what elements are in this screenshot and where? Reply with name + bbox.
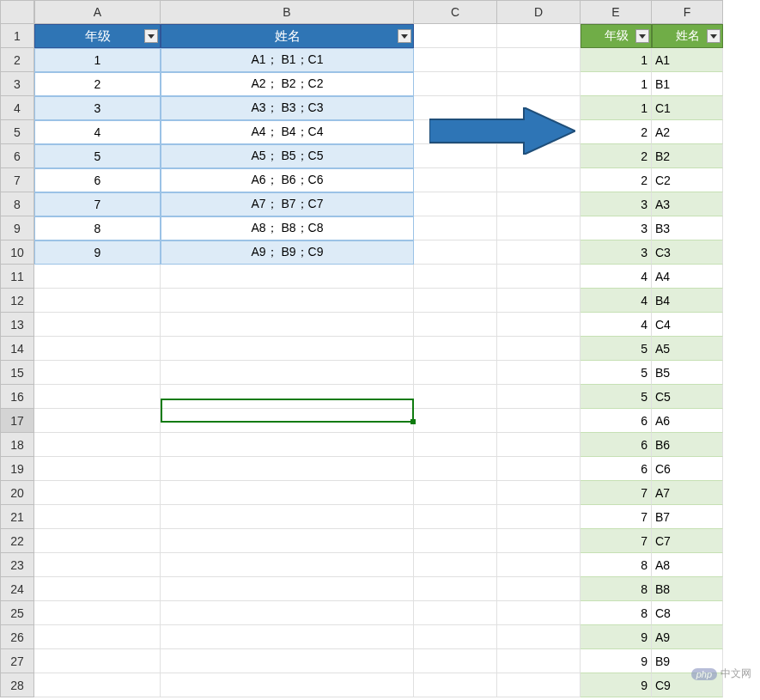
select-all-corner[interactable] — [0, 0, 34, 24]
table-cell[interactable]: A3； B3；C3 — [161, 96, 414, 120]
empty-cell[interactable] — [34, 529, 161, 553]
empty-cell[interactable] — [414, 48, 497, 72]
table-cell[interactable]: 4 — [581, 289, 652, 313]
empty-cell[interactable] — [34, 385, 161, 409]
empty-cell[interactable] — [34, 601, 161, 625]
table-cell[interactable]: C1 — [652, 96, 723, 120]
filter-dropdown-icon[interactable] — [144, 29, 158, 43]
row-header-27[interactable]: 27 — [0, 649, 34, 673]
table-cell[interactable]: 1 — [581, 72, 652, 96]
empty-cell[interactable] — [497, 337, 581, 361]
row-header-28[interactable]: 28 — [0, 673, 34, 697]
empty-cell[interactable] — [414, 24, 497, 48]
empty-cell[interactable] — [497, 625, 581, 649]
empty-cell[interactable] — [497, 505, 581, 529]
row-header-4[interactable]: 4 — [0, 96, 34, 120]
table-cell[interactable]: A7； B7；C7 — [161, 192, 414, 216]
empty-cell[interactable] — [497, 481, 581, 505]
table-cell[interactable]: 9 — [581, 649, 652, 673]
table-cell[interactable]: B4 — [652, 289, 723, 313]
table-cell[interactable]: 8 — [581, 553, 652, 577]
empty-cell[interactable] — [414, 673, 497, 697]
table-cell[interactable]: B1 — [652, 72, 723, 96]
empty-cell[interactable] — [414, 265, 497, 289]
table-cell[interactable]: 2 — [581, 144, 652, 168]
table-cell[interactable]: B6 — [652, 433, 723, 457]
empty-cell[interactable] — [497, 265, 581, 289]
row-header-10[interactable]: 10 — [0, 240, 34, 265]
table-header-cell[interactable]: 年级 — [34, 24, 161, 48]
empty-cell[interactable] — [414, 240, 497, 265]
table-cell[interactable]: 9 — [581, 673, 652, 697]
empty-cell[interactable] — [414, 553, 497, 577]
empty-cell[interactable] — [497, 385, 581, 409]
table-cell[interactable]: 6 — [581, 457, 652, 481]
table-cell[interactable]: B7 — [652, 505, 723, 529]
empty-cell[interactable] — [414, 481, 497, 505]
table-cell[interactable]: A8； B8；C8 — [161, 216, 414, 240]
row-header-13[interactable]: 13 — [0, 313, 34, 337]
table-cell[interactable]: C3 — [652, 240, 723, 265]
row-header-23[interactable]: 23 — [0, 553, 34, 577]
empty-cell[interactable] — [497, 72, 581, 96]
row-header-7[interactable]: 7 — [0, 168, 34, 192]
table-cell[interactable]: A4 — [652, 265, 723, 289]
row-header-6[interactable]: 6 — [0, 144, 34, 168]
column-header-C[interactable]: C — [414, 0, 497, 24]
table-cell[interactable]: 1 — [581, 96, 652, 120]
row-header-11[interactable]: 11 — [0, 265, 34, 289]
empty-cell[interactable] — [497, 289, 581, 313]
empty-cell[interactable] — [34, 673, 161, 697]
empty-cell[interactable] — [497, 48, 581, 72]
table-cell[interactable]: A2； B2；C2 — [161, 72, 414, 96]
empty-cell[interactable] — [414, 649, 497, 673]
empty-cell[interactable] — [497, 457, 581, 481]
table-cell[interactable]: 7 — [34, 192, 161, 216]
empty-cell[interactable] — [34, 649, 161, 673]
empty-cell[interactable] — [161, 529, 414, 553]
empty-cell[interactable] — [34, 553, 161, 577]
empty-cell[interactable] — [414, 216, 497, 240]
empty-cell[interactable] — [414, 361, 497, 385]
column-header-B[interactable]: B — [161, 0, 414, 24]
empty-cell[interactable] — [34, 577, 161, 601]
empty-cell[interactable] — [414, 192, 497, 216]
empty-cell[interactable] — [414, 337, 497, 361]
table-cell[interactable]: B5 — [652, 361, 723, 385]
empty-cell[interactable] — [161, 385, 414, 409]
empty-cell[interactable] — [497, 529, 581, 553]
empty-cell[interactable] — [497, 361, 581, 385]
empty-cell[interactable] — [414, 409, 497, 433]
table-cell[interactable]: A1 — [652, 48, 723, 72]
table-cell[interactable]: 4 — [581, 265, 652, 289]
empty-cell[interactable] — [497, 673, 581, 697]
table-cell[interactable]: C6 — [652, 457, 723, 481]
table-cell[interactable]: A6 — [652, 409, 723, 433]
table-cell[interactable]: A9； B9；C9 — [161, 240, 414, 265]
empty-cell[interactable] — [161, 601, 414, 625]
table-cell[interactable]: 5 — [581, 337, 652, 361]
row-header-9[interactable]: 9 — [0, 216, 34, 240]
empty-cell[interactable] — [161, 289, 414, 313]
table-cell[interactable]: C2 — [652, 168, 723, 192]
spreadsheet-grid[interactable]: ABCDEF1年级 姓名 年级 姓名 21A1； B1；C11A132A2； B… — [0, 0, 760, 697]
empty-cell[interactable] — [497, 577, 581, 601]
table-cell[interactable]: C4 — [652, 313, 723, 337]
empty-cell[interactable] — [414, 577, 497, 601]
filter-dropdown-icon[interactable] — [635, 29, 649, 43]
empty-cell[interactable] — [161, 649, 414, 673]
empty-cell[interactable] — [414, 457, 497, 481]
empty-cell[interactable] — [161, 433, 414, 457]
empty-cell[interactable] — [161, 457, 414, 481]
table-header-cell[interactable]: 年级 — [581, 24, 652, 48]
table-cell[interactable]: 9 — [34, 240, 161, 265]
row-header-16[interactable]: 16 — [0, 385, 34, 409]
table-cell[interactable]: 7 — [581, 529, 652, 553]
empty-cell[interactable] — [497, 192, 581, 216]
table-cell[interactable]: 3 — [581, 192, 652, 216]
table-cell[interactable]: 6 — [581, 433, 652, 457]
empty-cell[interactable] — [414, 529, 497, 553]
empty-cell[interactable] — [497, 601, 581, 625]
empty-cell[interactable] — [414, 168, 497, 192]
empty-cell[interactable] — [34, 361, 161, 385]
